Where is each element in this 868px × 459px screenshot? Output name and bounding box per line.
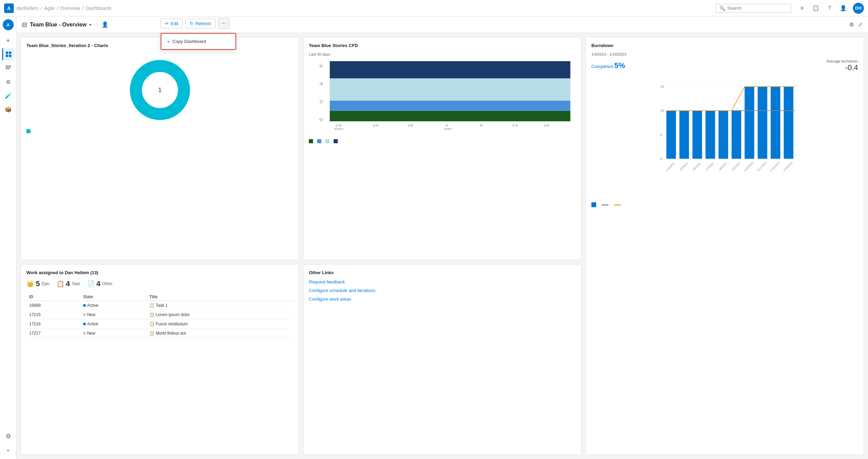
table-row[interactable]: 17216 Active 📋Fusce vestibulum <box>26 320 293 329</box>
configure-schedule-link[interactable]: Configure schedule and iterations <box>309 288 576 293</box>
row-id: 17216 <box>26 320 80 329</box>
cfd-l1 <box>309 139 313 143</box>
bar-2 <box>680 111 689 159</box>
burndown-widget: Burndown 1/4/2023 - 1/18/2023 Completed … <box>586 37 864 455</box>
epic-badge: 👑 5 Epic <box>26 279 50 288</box>
copy-icon: + <box>167 38 170 44</box>
burndown-legend-actual <box>602 204 609 205</box>
work-badges: 👑 5 Epic 📋 4 Task 📄 4 Other <box>26 279 293 288</box>
app-logo[interactable]: A <box>4 3 14 13</box>
edit-button[interactable]: ✏ Edit <box>161 19 183 29</box>
svg-rect-17 <box>330 111 570 121</box>
row-icon: 📋 <box>149 303 154 308</box>
row-icon: 📋 <box>149 312 154 317</box>
row-title: 📋Fusce vestibulum <box>147 320 293 329</box>
user-avatar[interactable]: DH <box>853 3 864 14</box>
completed-pct: 5% <box>614 61 625 70</box>
configure-work-areas-link[interactable]: Configure work areas <box>309 296 576 302</box>
svg-text:1: 1 <box>158 87 161 93</box>
edit-label: Edit <box>171 21 178 26</box>
dashboard-title-area: ⊟ Team Blue - Overview ▾ ☆ 👤 <box>22 21 108 29</box>
bar-4 <box>706 111 715 159</box>
x-4: 1/7/2023 <box>705 162 715 172</box>
sidebar-item-artifacts[interactable]: 📦 <box>2 103 14 115</box>
refresh-label: Refresh <box>195 21 211 26</box>
col-id: ID <box>26 293 80 301</box>
table-row[interactable]: 17215 New 📋Lorem ipsum dolor <box>26 310 293 320</box>
state-dot <box>83 304 86 307</box>
sidebar-item-pipelines[interactable]: ⚙ <box>2 76 14 88</box>
toolbar-area: ✏ Edit ↻ Refresh ··· <box>161 18 229 29</box>
other-label: Other <box>102 281 113 286</box>
donut-legend-dot <box>26 129 31 133</box>
epic-count: 5 <box>36 279 40 288</box>
app-layout: A + ⚙ 🧪 📦 ⚙ » ⊟ Team Blue - Overview ▾ ☆… <box>0 16 868 459</box>
sidebar-avatar[interactable]: A <box>3 19 14 30</box>
table-row[interactable]: 16689 Active 📋Task 1 <box>26 301 293 310</box>
refresh-icon: ↻ <box>190 21 194 26</box>
sidebar-settings[interactable]: ⚙ <box>2 430 14 443</box>
svg-rect-5 <box>5 67 11 68</box>
search-box[interactable]: 🔍 <box>716 4 791 13</box>
copy-dashboard-item[interactable]: + Copy Dashboard <box>161 36 235 47</box>
bar-8 <box>758 87 767 159</box>
nav-clipboard-icon[interactable]: 📋 <box>812 4 820 12</box>
bar-10 <box>784 87 794 159</box>
svg-text:2: 2 <box>319 100 323 104</box>
nav-list-icon[interactable]: ≡ <box>798 4 806 12</box>
table-row[interactable]: 17217 New 📋Morbi finibus ant <box>26 329 293 338</box>
search-icon: 🔍 <box>719 5 725 11</box>
burndown-chart: 15 10 5 0 1/4/2023 1/5/ <box>591 76 858 200</box>
more-button[interactable]: ··· <box>218 18 229 29</box>
svg-text:4: 4 <box>319 82 323 86</box>
sidebar-item-new[interactable]: + <box>2 34 14 47</box>
sidebar-item-repos[interactable] <box>2 62 14 74</box>
cfd-title: Team Blue Stories CFD <box>309 43 576 48</box>
svg-text:19: 19 <box>336 124 342 127</box>
ideal-legend-line <box>614 204 621 205</box>
sidebar-item-test[interactable]: 🧪 <box>2 89 14 102</box>
cfd-legend <box>309 139 576 143</box>
breadcrumb-danhellem[interactable]: danhellem <box>16 5 39 11</box>
svg-rect-15 <box>330 78 570 101</box>
epic-icon: 👑 <box>26 280 34 288</box>
nav-person-icon[interactable]: 👤 <box>839 4 847 12</box>
cfd-l1-box <box>309 139 313 143</box>
header-expand-icon[interactable]: ⤢ <box>858 21 863 28</box>
row-state: New <box>80 329 147 338</box>
bar-7 <box>745 87 754 159</box>
row-id: 16689 <box>26 301 80 310</box>
other-count: 4 <box>96 279 101 288</box>
request-feedback-link[interactable]: Request feedback <box>309 279 576 284</box>
y-label-15: 15 <box>660 85 664 89</box>
breadcrumb-dashboards[interactable]: Dashboards <box>86 5 112 11</box>
row-title: 📋Task 1 <box>147 301 293 310</box>
x-9: 1/12/2023 <box>769 161 780 172</box>
svg-rect-6 <box>5 68 10 69</box>
other-icon: 📄 <box>87 280 95 288</box>
bar-9 <box>771 87 780 159</box>
svg-rect-2 <box>6 55 8 57</box>
breadcrumb-sep3: / <box>82 5 84 11</box>
more-icon: ··· <box>221 20 226 26</box>
search-input[interactable] <box>727 5 787 11</box>
header-gear-icon[interactable]: ⚙ <box>849 21 854 28</box>
sidebar-collapse[interactable]: » <box>2 444 14 456</box>
svg-rect-0 <box>6 52 8 54</box>
dashboard-chevron-icon[interactable]: ▾ <box>89 22 91 27</box>
sidebar-item-boards[interactable] <box>2 48 14 60</box>
task-count: 4 <box>66 279 70 288</box>
dashboard-person-icon[interactable]: 👤 <box>102 21 108 28</box>
task-label: Task <box>72 281 80 286</box>
dashboard-star-icon[interactable]: ☆ <box>94 21 99 28</box>
svg-text:29: 29 <box>407 124 413 127</box>
x-3: 1/6/2023 <box>692 162 702 172</box>
nav-help-icon[interactable]: ? <box>825 4 834 12</box>
refresh-button[interactable]: ↻ Refresh <box>185 19 216 29</box>
breadcrumb-overview[interactable]: Overview <box>60 5 80 11</box>
work-assigned-title: Work assigned to Dan Hellem (13) <box>26 270 293 275</box>
breadcrumb-agile[interactable]: Agile <box>44 5 55 11</box>
breadcrumb: danhellem / Agile / Overview / Dashboard… <box>16 5 112 11</box>
x-2: 1/5/2023 <box>679 162 689 172</box>
work-table: ID State Title 16689 Active 📋Task 1 1721… <box>26 293 293 338</box>
